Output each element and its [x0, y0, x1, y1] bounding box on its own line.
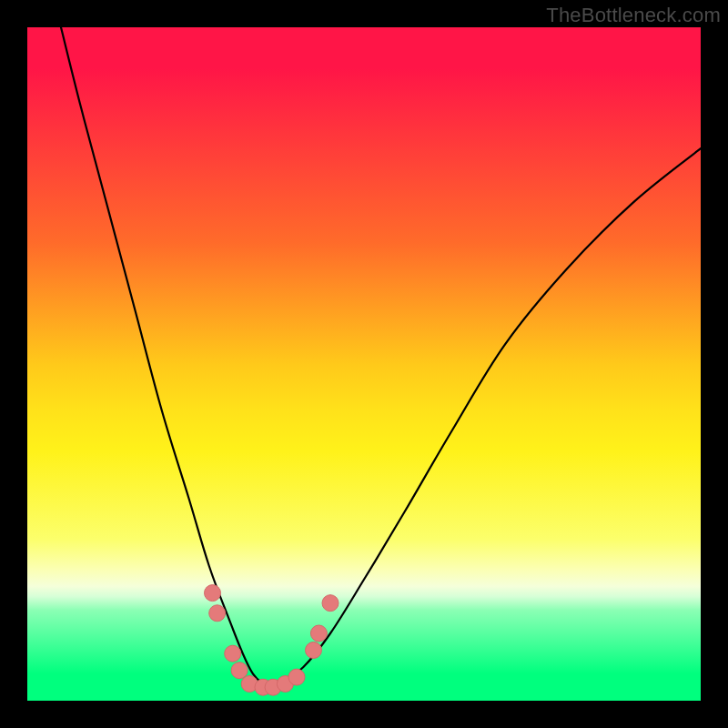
- data-marker: [310, 625, 327, 642]
- data-marker: [205, 585, 221, 602]
- data-marker: [231, 662, 248, 679]
- data-markers: [205, 585, 339, 696]
- bottleneck-curve: [27, 27, 701, 701]
- plot-area: [27, 27, 701, 701]
- data-marker: [322, 595, 339, 612]
- watermark-text: TheBottleneck.com: [546, 4, 721, 27]
- data-marker: [306, 642, 322, 659]
- data-marker: [288, 669, 305, 685]
- data-marker: [225, 645, 241, 662]
- curve-line: [61, 27, 701, 687]
- chart-frame: TheBottleneck.com: [0, 0, 728, 728]
- data-marker: [209, 605, 226, 622]
